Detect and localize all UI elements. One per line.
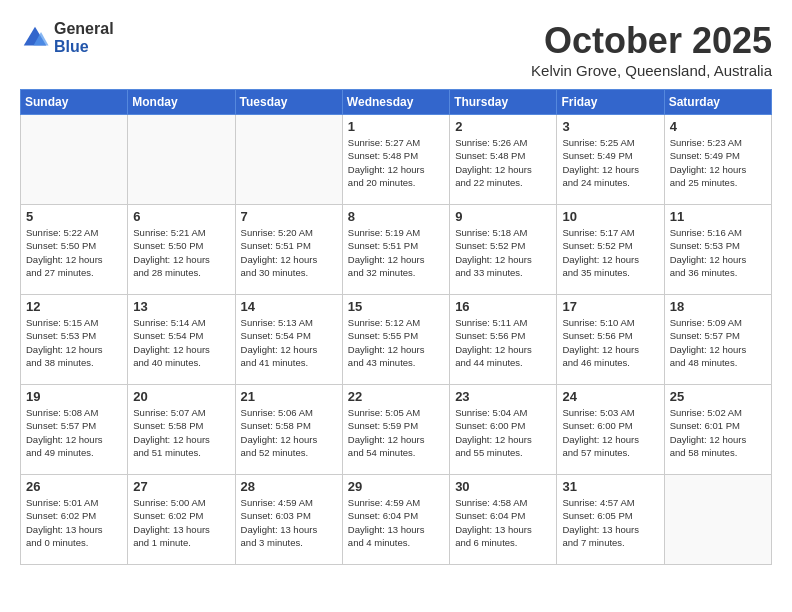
calendar-cell: 2Sunrise: 5:26 AM Sunset: 5:48 PM Daylig…	[450, 115, 557, 205]
day-info: Sunrise: 5:26 AM Sunset: 5:48 PM Dayligh…	[455, 136, 551, 189]
calendar-cell: 5Sunrise: 5:22 AM Sunset: 5:50 PM Daylig…	[21, 205, 128, 295]
day-number: 19	[26, 389, 122, 404]
calendar-cell: 7Sunrise: 5:20 AM Sunset: 5:51 PM Daylig…	[235, 205, 342, 295]
day-number: 10	[562, 209, 658, 224]
day-info: Sunrise: 5:01 AM Sunset: 6:02 PM Dayligh…	[26, 496, 122, 549]
day-number: 11	[670, 209, 766, 224]
day-number: 15	[348, 299, 444, 314]
day-info: Sunrise: 5:17 AM Sunset: 5:52 PM Dayligh…	[562, 226, 658, 279]
day-info: Sunrise: 5:11 AM Sunset: 5:56 PM Dayligh…	[455, 316, 551, 369]
day-info: Sunrise: 5:02 AM Sunset: 6:01 PM Dayligh…	[670, 406, 766, 459]
calendar-cell: 4Sunrise: 5:23 AM Sunset: 5:49 PM Daylig…	[664, 115, 771, 205]
day-number: 31	[562, 479, 658, 494]
title-block: October 2025 Kelvin Grove, Queensland, A…	[531, 20, 772, 79]
day-info: Sunrise: 5:25 AM Sunset: 5:49 PM Dayligh…	[562, 136, 658, 189]
day-number: 13	[133, 299, 229, 314]
calendar-cell: 14Sunrise: 5:13 AM Sunset: 5:54 PM Dayli…	[235, 295, 342, 385]
day-info: Sunrise: 5:15 AM Sunset: 5:53 PM Dayligh…	[26, 316, 122, 369]
day-number: 28	[241, 479, 337, 494]
day-info: Sunrise: 5:18 AM Sunset: 5:52 PM Dayligh…	[455, 226, 551, 279]
day-number: 1	[348, 119, 444, 134]
day-number: 8	[348, 209, 444, 224]
day-number: 24	[562, 389, 658, 404]
calendar-cell: 29Sunrise: 4:59 AM Sunset: 6:04 PM Dayli…	[342, 475, 449, 565]
calendar-cell	[664, 475, 771, 565]
calendar-cell: 12Sunrise: 5:15 AM Sunset: 5:53 PM Dayli…	[21, 295, 128, 385]
calendar-cell: 22Sunrise: 5:05 AM Sunset: 5:59 PM Dayli…	[342, 385, 449, 475]
day-number: 9	[455, 209, 551, 224]
day-info: Sunrise: 4:58 AM Sunset: 6:04 PM Dayligh…	[455, 496, 551, 549]
calendar-cell	[235, 115, 342, 205]
day-number: 21	[241, 389, 337, 404]
day-number: 2	[455, 119, 551, 134]
day-info: Sunrise: 5:20 AM Sunset: 5:51 PM Dayligh…	[241, 226, 337, 279]
weekday-header-friday: Friday	[557, 90, 664, 115]
calendar-cell: 8Sunrise: 5:19 AM Sunset: 5:51 PM Daylig…	[342, 205, 449, 295]
day-info: Sunrise: 4:59 AM Sunset: 6:03 PM Dayligh…	[241, 496, 337, 549]
calendar-cell	[21, 115, 128, 205]
calendar-cell: 18Sunrise: 5:09 AM Sunset: 5:57 PM Dayli…	[664, 295, 771, 385]
day-number: 27	[133, 479, 229, 494]
day-number: 17	[562, 299, 658, 314]
weekday-header-tuesday: Tuesday	[235, 90, 342, 115]
day-info: Sunrise: 5:27 AM Sunset: 5:48 PM Dayligh…	[348, 136, 444, 189]
calendar-cell: 19Sunrise: 5:08 AM Sunset: 5:57 PM Dayli…	[21, 385, 128, 475]
day-info: Sunrise: 5:21 AM Sunset: 5:50 PM Dayligh…	[133, 226, 229, 279]
weekday-header-wednesday: Wednesday	[342, 90, 449, 115]
day-info: Sunrise: 4:59 AM Sunset: 6:04 PM Dayligh…	[348, 496, 444, 549]
day-info: Sunrise: 5:03 AM Sunset: 6:00 PM Dayligh…	[562, 406, 658, 459]
calendar-cell: 21Sunrise: 5:06 AM Sunset: 5:58 PM Dayli…	[235, 385, 342, 475]
day-number: 14	[241, 299, 337, 314]
day-number: 5	[26, 209, 122, 224]
calendar-cell: 25Sunrise: 5:02 AM Sunset: 6:01 PM Dayli…	[664, 385, 771, 475]
logo-text: General Blue	[54, 20, 114, 55]
weekday-header-sunday: Sunday	[21, 90, 128, 115]
week-row-2: 5Sunrise: 5:22 AM Sunset: 5:50 PM Daylig…	[21, 205, 772, 295]
day-number: 26	[26, 479, 122, 494]
logo: General Blue	[20, 20, 114, 55]
day-info: Sunrise: 5:09 AM Sunset: 5:57 PM Dayligh…	[670, 316, 766, 369]
calendar-cell: 17Sunrise: 5:10 AM Sunset: 5:56 PM Dayli…	[557, 295, 664, 385]
logo-icon	[20, 23, 50, 53]
day-info: Sunrise: 5:16 AM Sunset: 5:53 PM Dayligh…	[670, 226, 766, 279]
month-title: October 2025	[531, 20, 772, 62]
calendar-cell: 24Sunrise: 5:03 AM Sunset: 6:00 PM Dayli…	[557, 385, 664, 475]
calendar-cell: 6Sunrise: 5:21 AM Sunset: 5:50 PM Daylig…	[128, 205, 235, 295]
day-number: 4	[670, 119, 766, 134]
calendar-cell: 31Sunrise: 4:57 AM Sunset: 6:05 PM Dayli…	[557, 475, 664, 565]
calendar-cell: 26Sunrise: 5:01 AM Sunset: 6:02 PM Dayli…	[21, 475, 128, 565]
day-number: 29	[348, 479, 444, 494]
calendar-cell: 15Sunrise: 5:12 AM Sunset: 5:55 PM Dayli…	[342, 295, 449, 385]
day-info: Sunrise: 5:07 AM Sunset: 5:58 PM Dayligh…	[133, 406, 229, 459]
calendar-cell: 10Sunrise: 5:17 AM Sunset: 5:52 PM Dayli…	[557, 205, 664, 295]
week-row-3: 12Sunrise: 5:15 AM Sunset: 5:53 PM Dayli…	[21, 295, 772, 385]
day-number: 22	[348, 389, 444, 404]
weekday-header-monday: Monday	[128, 90, 235, 115]
day-info: Sunrise: 5:14 AM Sunset: 5:54 PM Dayligh…	[133, 316, 229, 369]
calendar-cell: 11Sunrise: 5:16 AM Sunset: 5:53 PM Dayli…	[664, 205, 771, 295]
calendar-cell: 30Sunrise: 4:58 AM Sunset: 6:04 PM Dayli…	[450, 475, 557, 565]
week-row-4: 19Sunrise: 5:08 AM Sunset: 5:57 PM Dayli…	[21, 385, 772, 475]
day-number: 16	[455, 299, 551, 314]
day-number: 25	[670, 389, 766, 404]
day-info: Sunrise: 5:00 AM Sunset: 6:02 PM Dayligh…	[133, 496, 229, 549]
day-info: Sunrise: 5:19 AM Sunset: 5:51 PM Dayligh…	[348, 226, 444, 279]
weekday-header-thursday: Thursday	[450, 90, 557, 115]
day-info: Sunrise: 5:23 AM Sunset: 5:49 PM Dayligh…	[670, 136, 766, 189]
calendar-cell: 1Sunrise: 5:27 AM Sunset: 5:48 PM Daylig…	[342, 115, 449, 205]
day-info: Sunrise: 5:12 AM Sunset: 5:55 PM Dayligh…	[348, 316, 444, 369]
day-info: Sunrise: 5:04 AM Sunset: 6:00 PM Dayligh…	[455, 406, 551, 459]
day-info: Sunrise: 4:57 AM Sunset: 6:05 PM Dayligh…	[562, 496, 658, 549]
calendar-cell: 23Sunrise: 5:04 AM Sunset: 6:00 PM Dayli…	[450, 385, 557, 475]
day-number: 7	[241, 209, 337, 224]
page-header: General Blue October 2025 Kelvin Grove, …	[20, 20, 772, 79]
day-number: 23	[455, 389, 551, 404]
calendar-cell: 27Sunrise: 5:00 AM Sunset: 6:02 PM Dayli…	[128, 475, 235, 565]
weekday-header-row: SundayMondayTuesdayWednesdayThursdayFrid…	[21, 90, 772, 115]
day-info: Sunrise: 5:10 AM Sunset: 5:56 PM Dayligh…	[562, 316, 658, 369]
weekday-header-saturday: Saturday	[664, 90, 771, 115]
logo-blue-label: Blue	[54, 38, 114, 56]
day-info: Sunrise: 5:06 AM Sunset: 5:58 PM Dayligh…	[241, 406, 337, 459]
calendar-cell: 13Sunrise: 5:14 AM Sunset: 5:54 PM Dayli…	[128, 295, 235, 385]
calendar-cell: 28Sunrise: 4:59 AM Sunset: 6:03 PM Dayli…	[235, 475, 342, 565]
